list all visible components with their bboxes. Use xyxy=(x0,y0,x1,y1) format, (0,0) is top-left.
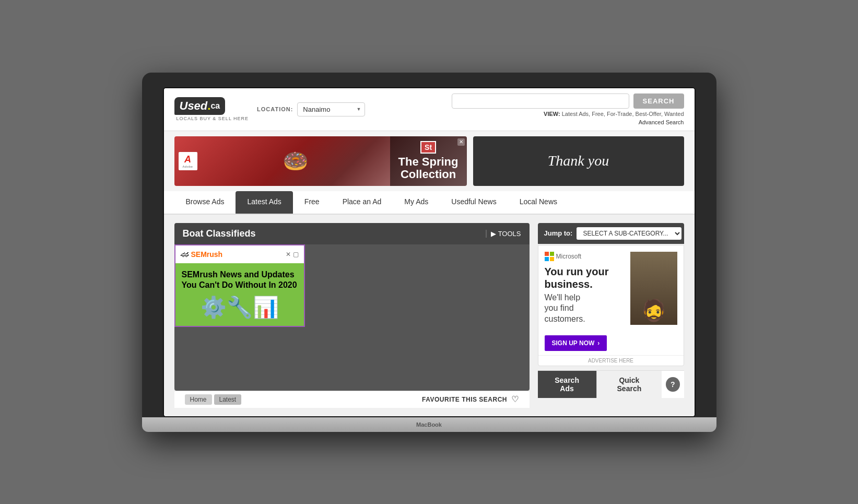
help-button[interactable]: ? xyxy=(666,377,679,392)
classifieds-title: Boat Classifieds xyxy=(183,228,256,239)
semrush-logo: 🏎 SEMrush xyxy=(181,250,223,259)
ms-headline: You run yourbusiness. xyxy=(545,265,626,290)
favourite-section: FAVOURITE THIS SEARCH ♡ xyxy=(422,394,519,404)
semrush-close-square[interactable]: ▢ xyxy=(293,251,299,258)
banner-close-button[interactable]: ✕ xyxy=(457,138,465,146)
ms-cta-arrow: › xyxy=(597,339,600,347)
breadcrumb-bar: Home Latest FAVOURITE THIS SEARCH ♡ xyxy=(174,391,530,408)
semrush-body: SEMrush News and Updates You Can't Do Wi… xyxy=(175,263,304,326)
search-ads-tab[interactable]: Search Ads xyxy=(538,371,596,398)
ms-logo: Microsoft xyxy=(545,252,626,261)
breadcrumb: Home Latest xyxy=(185,394,242,405)
tab-my-ads[interactable]: My Ads xyxy=(393,191,440,214)
banner-right: Thank you xyxy=(473,136,684,186)
tab-place-an-ad[interactable]: Place an Ad xyxy=(331,191,393,214)
screen: Used.ca LOCALS BUY & SELL HERE LOCATION:… xyxy=(163,87,696,417)
ms-image: 🧔 xyxy=(630,252,677,325)
tab-latest-ads[interactable]: Latest Ads xyxy=(236,191,292,214)
view-label: VIEW: xyxy=(544,111,560,117)
classifieds-header: Boat Classifieds ▶ TOOLS xyxy=(174,223,530,244)
heart-icon[interactable]: ♡ xyxy=(511,394,519,404)
adobe-a: A xyxy=(184,154,191,165)
semrush-logo-text: SEMrush xyxy=(191,250,223,259)
breadcrumb-latest[interactable]: Latest xyxy=(214,394,242,405)
location-select-wrapper[interactable]: Nanaimo Vancouver Victoria xyxy=(297,102,365,116)
semrush-title: SEMrush News and Updates You Can't Do Wi… xyxy=(182,269,298,291)
microsoft-ad-inner: Microsoft You run yourbusiness. We'll he… xyxy=(538,245,684,331)
laptop-frame: Used.ca LOCALS BUY & SELL HERE LOCATION:… xyxy=(142,73,716,432)
laptop-base-label: MacBook xyxy=(416,421,442,428)
logo-tagline: LOCALS BUY & SELL HERE xyxy=(174,116,249,121)
search-button[interactable]: SEARCH xyxy=(633,93,684,109)
search-input[interactable] xyxy=(452,93,629,109)
banner-cake: 🍩 xyxy=(202,149,390,173)
content-left: Boat Classifieds ▶ TOOLS 🏎 xyxy=(174,223,530,408)
laptop-base: MacBook xyxy=(142,417,716,432)
banner-left: A Adobe 🍩 St The SpringCollection ✕ xyxy=(174,136,467,186)
location-select[interactable]: Nanaimo Vancouver Victoria xyxy=(297,102,365,116)
ms-signup-button[interactable]: SIGN UP NOW › xyxy=(545,335,607,351)
classifieds-body: 🏎 SEMrush ✕ ▢ SEMrush News and Updates Y… xyxy=(174,244,530,391)
ms-cell-blue xyxy=(545,257,549,261)
logo: Used.ca xyxy=(174,97,226,115)
ms-cell-red xyxy=(545,252,549,256)
logo-ca: ca xyxy=(210,101,220,111)
header: Used.ca LOCALS BUY & SELL HERE LOCATION:… xyxy=(164,88,695,131)
location-label: LOCATION: xyxy=(257,106,293,112)
nav-tabs: Browse Ads Latest Ads Free Place an Ad M… xyxy=(164,191,695,215)
semrush-illustration: ⚙️🔧📊 xyxy=(182,295,298,320)
tools-arrow-icon: ▶ xyxy=(491,230,496,238)
ms-content: Microsoft You run yourbusiness. We'll he… xyxy=(545,252,626,325)
tab-usedful-news[interactable]: Usedful News xyxy=(440,191,508,214)
ms-ad-footer: ADVERTISE HERE xyxy=(538,355,684,366)
semrush-header: 🏎 SEMrush ✕ ▢ xyxy=(175,245,304,263)
logo-box: Used.ca LOCALS BUY & SELL HERE xyxy=(174,97,249,121)
logo-used: Used xyxy=(180,99,208,113)
content-right: Jump to: SELECT A SUB-CATEGORY... xyxy=(538,223,684,408)
favourite-label: FAVOURITE THIS SEARCH xyxy=(422,396,507,403)
thank-you-text: Thank you xyxy=(548,153,609,169)
sub-category-select[interactable]: SELECT A SUB-CATEGORY... xyxy=(577,227,681,240)
ms-cell-yellow xyxy=(550,257,554,261)
bottom-search-bar: Search Ads Quick Search ? xyxy=(538,370,684,398)
logo-bubble: Used.ca xyxy=(174,97,226,115)
banner-area: A Adobe 🍩 St The SpringCollection ✕ Than… xyxy=(164,131,695,191)
spring-badge: St xyxy=(420,141,436,154)
tab-free[interactable]: Free xyxy=(293,191,331,214)
view-line: VIEW: Latest Ads, Free, For-Trade, Best-… xyxy=(544,111,684,117)
search-top: SEARCH xyxy=(373,93,684,109)
tools-label: TOOLS xyxy=(498,230,521,238)
microsoft-ad: Microsoft You run yourbusiness. We'll he… xyxy=(538,245,684,366)
ms-subtext: We'll helpyou findcustomers. xyxy=(545,292,626,325)
semrush-logo-icon: 🏎 xyxy=(181,250,189,259)
location-section: LOCATION: Nanaimo Vancouver Victoria xyxy=(257,102,365,116)
jump-to-bar: Jump to: SELECT A SUB-CATEGORY... xyxy=(538,223,684,244)
main-content: Boat Classifieds ▶ TOOLS 🏎 xyxy=(164,215,695,416)
advanced-search-link[interactable]: Advanced Search xyxy=(639,119,684,125)
ms-cell-green xyxy=(550,252,554,256)
quick-search-tab[interactable]: Quick Search xyxy=(596,371,662,398)
adobe-badge: A Adobe xyxy=(179,152,197,170)
semrush-close-x[interactable]: ✕ xyxy=(286,251,291,258)
view-options: Latest Ads, Free, For-Trade, Best-Offer,… xyxy=(562,111,684,117)
semrush-close-area: ✕ ▢ xyxy=(286,251,299,258)
tools-divider xyxy=(486,230,487,238)
spring-title: The SpringCollection xyxy=(398,156,459,181)
ms-grid-icon xyxy=(545,252,554,261)
search-section: SEARCH VIEW: Latest Ads, Free, For-Trade… xyxy=(373,93,684,125)
adobe-text: Adobe xyxy=(183,165,193,168)
ms-cta-label: SIGN UP NOW xyxy=(552,339,595,347)
jump-to-label: Jump to: xyxy=(544,229,573,237)
tools-button[interactable]: ▶ TOOLS xyxy=(491,230,521,238)
semrush-ad: 🏎 SEMrush ✕ ▢ SEMrush News and Updates Y… xyxy=(174,244,305,327)
tab-local-news[interactable]: Local News xyxy=(508,191,569,214)
banner-spring-text: St The SpringCollection xyxy=(390,136,467,186)
tab-browse-ads[interactable]: Browse Ads xyxy=(174,191,236,214)
breadcrumb-home[interactable]: Home xyxy=(185,394,212,405)
ms-logo-text: Microsoft xyxy=(556,253,582,260)
